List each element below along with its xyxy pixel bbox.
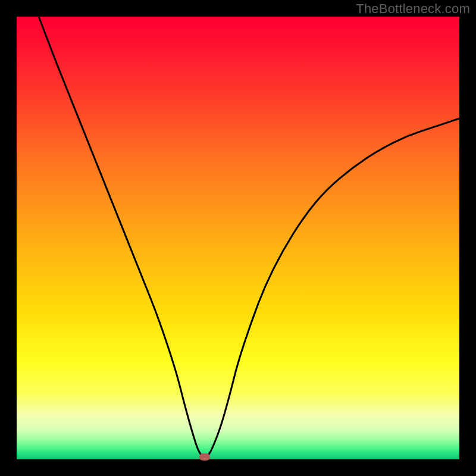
chart-svg [17, 17, 459, 459]
watermark-text: TheBottleneck.com [356, 1, 470, 17]
gradient-rect [17, 17, 459, 459]
chart-frame: TheBottleneck.com [0, 0, 476, 476]
optimal-point-marker [199, 453, 210, 461]
plot-area [17, 17, 459, 459]
